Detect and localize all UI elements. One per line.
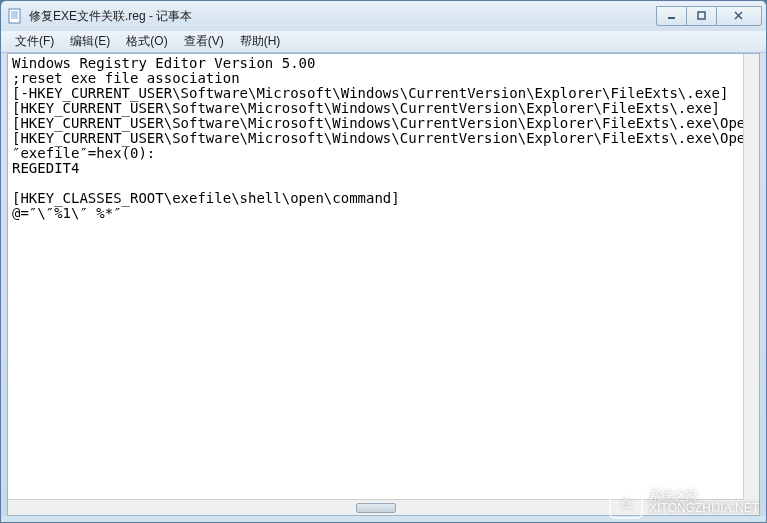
menu-help[interactable]: 帮助(H) [232, 31, 289, 52]
maximize-button[interactable] [686, 6, 716, 26]
menu-file[interactable]: 文件(F) [7, 31, 62, 52]
menu-view[interactable]: 查看(V) [176, 31, 232, 52]
titlebar[interactable]: 修复EXE文件关联.reg - 记事本 [1, 1, 766, 31]
horizontal-scrollbar[interactable] [8, 499, 743, 515]
vertical-scrollbar[interactable] [743, 54, 759, 499]
notepad-icon [7, 8, 23, 24]
menu-edit[interactable]: 编辑(E) [62, 31, 118, 52]
close-icon [734, 11, 744, 21]
statusbar [1, 516, 766, 522]
close-button[interactable] [716, 6, 762, 26]
menu-format[interactable]: 格式(O) [118, 31, 175, 52]
menubar: 文件(F) 编辑(E) 格式(O) 查看(V) 帮助(H) [1, 31, 766, 53]
client-area: Windows Registry Editor Version 5.00 ;re… [7, 53, 760, 516]
maximize-icon [697, 11, 707, 21]
text-area[interactable]: Windows Registry Editor Version 5.00 ;re… [8, 54, 743, 499]
scrollbar-corner [743, 499, 759, 515]
svg-rect-6 [698, 12, 705, 19]
minimize-button[interactable] [656, 6, 686, 26]
window-title: 修复EXE文件关联.reg - 记事本 [29, 8, 656, 25]
window-controls [656, 6, 762, 26]
horizontal-scrollbar-thumb[interactable] [356, 503, 396, 513]
minimize-icon [667, 11, 677, 21]
notepad-window: 修复EXE文件关联.reg - 记事本 文件(F) 编辑(E) 格式(O) 查看… [0, 0, 767, 523]
